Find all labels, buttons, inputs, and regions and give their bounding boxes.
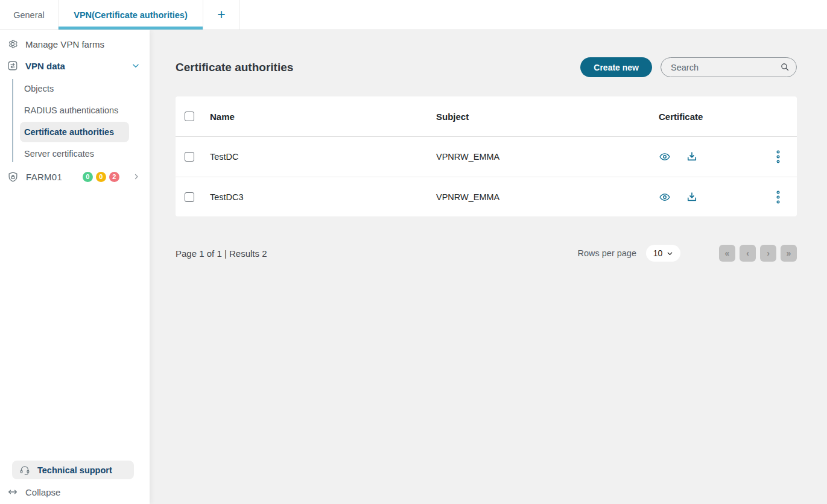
search-box bbox=[661, 57, 797, 77]
row-checkbox[interactable] bbox=[185, 152, 194, 162]
search-input[interactable] bbox=[661, 57, 797, 77]
cell-subject: VPNRW_EMMA bbox=[436, 152, 659, 162]
table-row: TestDC3 VPNRW_EMMA bbox=[176, 177, 797, 216]
rows-per-page-select[interactable]: 10 bbox=[646, 245, 680, 262]
collapse-sidebar-button[interactable]: Collapse bbox=[7, 484, 60, 500]
technical-support-button[interactable]: Technical support bbox=[12, 461, 134, 479]
search-icon[interactable] bbox=[780, 62, 790, 72]
sidebar: Manage VPN farms VPN data Objects RADIUS… bbox=[0, 30, 150, 504]
sidebar-item-certificate-authorities[interactable]: Certificate authorities bbox=[0, 121, 150, 143]
pagination-summary: Page 1 of 1 | Results 2 bbox=[176, 248, 267, 259]
vpn-data-subnav: Objects RADIUS authentications Certifica… bbox=[0, 77, 150, 166]
tab-bar: General VPN(Certificate authorities) + bbox=[0, 0, 827, 30]
rows-per-page-label: Rows per page bbox=[577, 248, 636, 258]
technical-support-label: Technical support bbox=[37, 465, 112, 475]
status-badge-green: 0 bbox=[83, 172, 93, 182]
sidebar-item-radius-authentications[interactable]: RADIUS authentications bbox=[0, 99, 150, 121]
column-header-certificate: Certificate bbox=[659, 112, 761, 122]
row-actions-kebab-icon[interactable] bbox=[775, 150, 781, 164]
select-all-checkbox[interactable] bbox=[185, 112, 194, 121]
chevron-down-icon bbox=[667, 250, 673, 257]
sidebar-item-label: Manage VPN farms bbox=[25, 39, 104, 49]
create-new-button[interactable]: Create new bbox=[580, 57, 652, 77]
row-actions-kebab-icon[interactable] bbox=[775, 190, 781, 204]
download-certificate-icon[interactable] bbox=[686, 151, 698, 163]
cell-name: TestDC bbox=[210, 152, 436, 162]
column-header-subject: Subject bbox=[436, 112, 659, 122]
certificate-authorities-table: Name Subject Certificate TestDC VPNRW_EM… bbox=[176, 96, 797, 216]
next-page-button[interactable]: › bbox=[760, 245, 776, 262]
main-content: Certificate authorities Create new Name … bbox=[150, 30, 827, 504]
collapse-arrows-icon bbox=[7, 487, 18, 497]
first-page-button[interactable]: « bbox=[719, 245, 735, 262]
pagination-bar: Page 1 of 1 | Results 2 Rows per page 10… bbox=[176, 245, 797, 262]
sidebar-item-label: VPN data bbox=[25, 61, 65, 71]
table-header-row: Name Subject Certificate bbox=[176, 96, 797, 137]
vpn-data-exchange-icon bbox=[7, 60, 18, 71]
page-header: Certificate authorities Create new bbox=[176, 57, 797, 77]
sidebar-item-farm01[interactable]: FARM01 0 0 2 bbox=[0, 166, 150, 187]
rows-per-page-value: 10 bbox=[653, 248, 663, 258]
chevron-down-icon[interactable] bbox=[131, 61, 140, 70]
cell-subject: VPNRW_EMMA bbox=[436, 192, 659, 202]
chevron-right-icon[interactable] bbox=[133, 173, 140, 180]
pager-buttons: « ‹ › » bbox=[719, 245, 797, 262]
row-checkbox[interactable] bbox=[185, 192, 194, 202]
last-page-button[interactable]: » bbox=[781, 245, 797, 262]
shield-lock-icon bbox=[7, 171, 19, 183]
farm-name-label: FARM01 bbox=[26, 172, 62, 182]
view-certificate-icon[interactable] bbox=[659, 191, 671, 203]
sidebar-item-server-certificates[interactable]: Server certificates bbox=[0, 143, 150, 165]
tab-vpn-certificate-authorities[interactable]: VPN(Certificate authorities) bbox=[58, 0, 203, 30]
prev-page-button[interactable]: ‹ bbox=[740, 245, 756, 262]
cell-name: TestDC3 bbox=[210, 192, 436, 202]
gear-icon bbox=[7, 39, 18, 49]
farm-status-badges: 0 0 2 bbox=[83, 172, 119, 182]
status-badge-amber: 0 bbox=[96, 172, 106, 182]
collapse-label: Collapse bbox=[25, 487, 60, 497]
status-badge-red: 2 bbox=[109, 172, 119, 182]
sidebar-item-objects[interactable]: Objects bbox=[0, 78, 150, 99]
table-row: TestDC VPNRW_EMMA bbox=[176, 137, 797, 177]
view-certificate-icon[interactable] bbox=[659, 151, 671, 163]
sidebar-item-vpn-data[interactable]: VPN data bbox=[0, 55, 150, 77]
add-tab-button[interactable]: + bbox=[203, 0, 240, 30]
tab-general[interactable]: General bbox=[0, 0, 58, 30]
column-header-name: Name bbox=[210, 112, 436, 122]
headset-icon bbox=[19, 465, 30, 476]
download-certificate-icon[interactable] bbox=[686, 191, 698, 203]
sidebar-item-manage-vpn-farms[interactable]: Manage VPN farms bbox=[0, 33, 150, 55]
page-title: Certificate authorities bbox=[176, 61, 293, 74]
